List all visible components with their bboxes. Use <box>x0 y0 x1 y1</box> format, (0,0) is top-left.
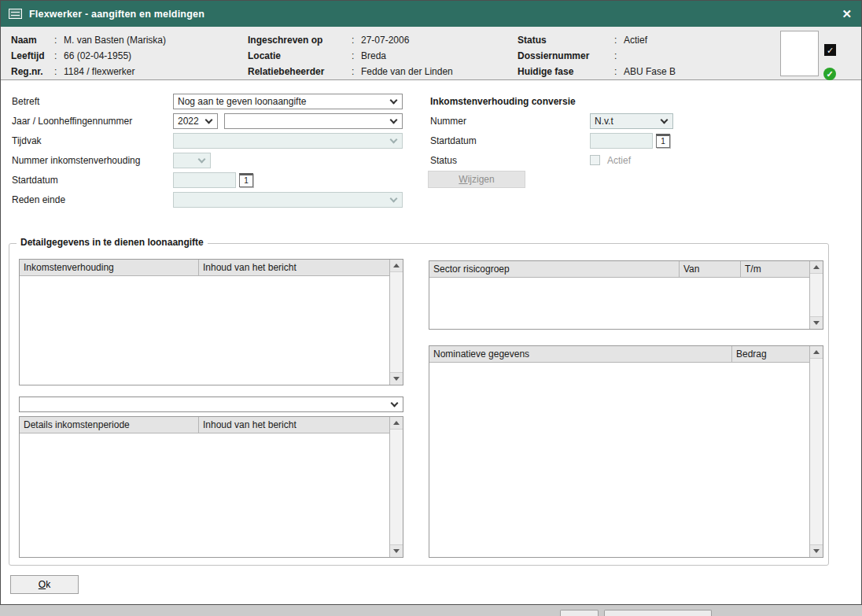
table-body[interactable] <box>429 363 809 557</box>
field-value: Breda <box>361 50 386 61</box>
colon: : <box>352 50 361 61</box>
vertical-scrollbar[interactable] <box>389 417 403 557</box>
chevron-down-icon <box>390 97 398 105</box>
field-value: Fedde van der Linden <box>361 66 453 77</box>
table-main: Details inkomstenperiode Inhoud van het … <box>20 417 389 557</box>
colon: : <box>54 35 64 46</box>
scroll-down-icon <box>813 321 820 325</box>
chevron-down-icon <box>390 116 398 124</box>
conversie-startdatum-label: Startdatum <box>430 133 477 149</box>
field-value: Actief <box>624 35 647 46</box>
actief-checkbox-label: Actief <box>607 153 631 168</box>
column-header-tm[interactable]: T/m <box>741 261 809 277</box>
table-main: Nominatieve gegevens Bedrag <box>429 346 809 557</box>
header-col-personal: Naam : M. van Basten (Mariska) Leeftijd … <box>11 32 166 79</box>
info-row-relatiebeheerder: Relatiebeheerder : Fedde van der Linden <box>248 64 453 79</box>
scroll-up-button[interactable] <box>390 417 403 430</box>
nominatieve-gegevens-table[interactable]: Nominatieve gegevens Bedrag <box>429 345 823 558</box>
table-body[interactable] <box>20 276 389 385</box>
photo-placeholder <box>780 31 819 76</box>
betreft-select[interactable]: Nog aan te geven loonaangifte <box>173 94 403 109</box>
conversie-nummer-label: Nummer <box>430 113 466 129</box>
info-row-leeftijd: Leeftijd : 66 (02-04-1955) <box>11 48 166 64</box>
inkomstenperiode-table[interactable]: Details inkomstenperiode Inhoud van het … <box>19 416 403 558</box>
conversie-nummer-value: N.v.t <box>595 116 613 127</box>
colon: : <box>352 35 361 46</box>
info-row-locatie: Locatie : Breda <box>248 48 453 64</box>
chevron-down-icon <box>205 116 213 124</box>
column-header-nominatieve-gegevens[interactable]: Nominatieve gegevens <box>429 346 732 362</box>
info-row-ingeschreven: Ingeschreven op : 27-07-2006 <box>248 32 453 48</box>
scroll-down-icon <box>393 377 400 381</box>
info-row-regnr: Reg.nr. : 1184 / flexwerker <box>11 64 166 79</box>
table-body[interactable] <box>429 278 809 329</box>
close-icon[interactable]: ✕ <box>842 1 852 27</box>
scroll-down-button[interactable] <box>390 544 403 557</box>
table-body[interactable] <box>20 433 389 557</box>
column-header-inkomstenverhouding[interactable]: Inkomstenverhouding <box>20 260 199 275</box>
calendar-icon[interactable]: 1 <box>656 134 670 148</box>
scroll-up-button[interactable] <box>810 346 823 359</box>
conversie-title: Inkomstenverhouding conversie <box>430 94 576 109</box>
table-header-row: Sector risicogroep Van T/m <box>429 261 809 278</box>
vertical-scrollbar[interactable] <box>389 260 403 385</box>
scroll-up-button[interactable] <box>390 260 403 272</box>
startdatum-input <box>173 172 236 188</box>
field-value: 66 (02-04-1955) <box>64 50 131 61</box>
scroll-up-icon <box>813 265 820 269</box>
sector-risicogroep-table[interactable]: Sector risicogroep Van T/m <box>429 260 823 330</box>
vertical-scrollbar[interactable] <box>809 346 823 557</box>
vertical-scrollbar[interactable] <box>809 261 823 329</box>
periode-filter-select[interactable] <box>19 397 403 412</box>
column-header-bedrag[interactable]: Bedrag <box>732 346 809 362</box>
field-value: M. van Basten (Mariska) <box>64 35 166 46</box>
jaar-value: 2022 <box>178 116 199 127</box>
table-header-row: Inkomstenverhouding Inhoud van het beric… <box>20 260 389 276</box>
conversie-startdatum-input <box>590 133 653 149</box>
scroll-down-button[interactable] <box>390 372 403 385</box>
calendar-icon[interactable]: 1 <box>239 173 253 187</box>
inkomstenverhouding-table[interactable]: Inkomstenverhouding Inhoud van het beric… <box>19 259 403 385</box>
jaar-loonheffingennummer-label: Jaar / Loonheffingennummer <box>12 113 132 129</box>
field-label: Dossiernummer <box>518 50 614 61</box>
chevron-down-icon <box>390 136 398 144</box>
betreft-value: Nog aan te geven loonaangifte <box>178 96 306 107</box>
detailgegevens-groupbox: Detailgegevens in te dienen loonaangifte… <box>9 243 829 566</box>
column-header-van[interactable]: Van <box>680 261 741 277</box>
field-label: Locatie <box>248 50 352 61</box>
desktop-background <box>0 605 862 616</box>
column-header-inhoud-bericht[interactable]: Inhoud van het bericht <box>199 417 389 433</box>
column-header-sector-risicogroep[interactable]: Sector risicogroep <box>429 261 680 277</box>
header-col-registration: Ingeschreven op : 27-07-2006 Locatie : B… <box>248 32 453 79</box>
field-label: Status <box>518 35 614 46</box>
jaar-select[interactable]: 2022 <box>173 113 218 129</box>
column-header-inhoud-bericht[interactable]: Inhoud van het bericht <box>199 260 389 275</box>
table-main: Inkomstenverhouding Inhoud van het beric… <box>20 260 389 385</box>
field-label: Huidige fase <box>518 66 614 77</box>
window-title: Flexwerker - aangiften en meldingen <box>29 9 204 20</box>
scroll-up-icon <box>393 421 400 425</box>
table-header-row: Nominatieve gegevens Bedrag <box>429 346 809 363</box>
scroll-up-button[interactable] <box>810 261 823 274</box>
field-value: 27-07-2006 <box>361 35 409 46</box>
info-row-huidige-fase: Huidige fase : ABU Fase B <box>518 64 676 79</box>
field-value: ABU Fase B <box>624 66 676 77</box>
colon: : <box>54 50 64 61</box>
colon: : <box>614 35 624 46</box>
chevron-down-icon <box>198 156 206 164</box>
field-label: Naam <box>11 35 54 46</box>
field-value: 1184 / flexwerker <box>64 66 135 77</box>
loonheffingennummer-select[interactable] <box>224 113 403 129</box>
flexwerker-dialog: Flexwerker - aangiften en meldingen ✕ Na… <box>0 0 862 605</box>
title-bar: Flexwerker - aangiften en meldingen ✕ <box>1 1 861 27</box>
wijzigen-button[interactable]: Wijzigen <box>428 171 525 188</box>
header-checked-checkbox[interactable]: ✓ <box>824 44 836 56</box>
info-row-naam: Naam : M. van Basten (Mariska) <box>11 32 166 48</box>
ok-button[interactable]: Ok <box>10 575 79 594</box>
column-header-details-inkomstenperiode[interactable]: Details inkomstenperiode <box>20 417 199 433</box>
flexworker-info-panel: Naam : M. van Basten (Mariska) Leeftijd … <box>1 27 861 80</box>
conversie-nummer-select[interactable]: N.v.t <box>590 113 673 129</box>
scroll-down-button[interactable] <box>810 544 823 557</box>
field-label: Reg.nr. <box>11 66 54 77</box>
scroll-down-button[interactable] <box>810 316 823 329</box>
